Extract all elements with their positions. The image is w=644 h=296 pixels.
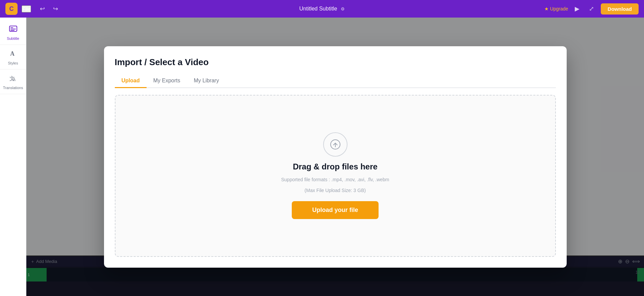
upload-file-button[interactable]: Upload your file xyxy=(292,201,378,219)
svg-rect-3 xyxy=(10,30,15,31)
sidebar-item-styles[interactable]: A Styles xyxy=(0,45,26,70)
app-logo: C xyxy=(5,3,18,15)
play-button[interactable]: ▶ xyxy=(572,4,582,14)
star-icon: ★ xyxy=(544,6,549,11)
main-layout: Subtitle A Styles 文 A Translations xyxy=(0,18,644,296)
svg-text:A: A xyxy=(10,50,15,57)
sidebar-translations-label: Translations xyxy=(3,86,23,90)
undo-button[interactable]: ↩ xyxy=(38,4,47,14)
subtitle-icon xyxy=(9,24,18,35)
tab-my-library[interactable]: My Library xyxy=(187,74,226,88)
svg-text:A: A xyxy=(13,77,16,82)
redo-button[interactable]: ↪ xyxy=(51,4,60,14)
sidebar: Subtitle A Styles 文 A Translations xyxy=(0,18,26,296)
modal-backdrop: Import / Select a Video Upload My Export… xyxy=(26,18,644,296)
sidebar-styles-label: Styles xyxy=(8,61,18,65)
tab-my-exports[interactable]: My Exports xyxy=(147,74,187,88)
modal-tabs: Upload My Exports My Library xyxy=(115,74,556,88)
content-area: ＋ Add Media ⊕ ⊖ ⟺ 1 10 Import / Select a… xyxy=(26,18,644,296)
topbar: C File ↩ ↪ Untitled Subtitle ⚙ ★ Upgrade… xyxy=(0,0,644,18)
max-file-size-text: (Max File Upload Size: 3 GB) xyxy=(305,188,366,193)
import-select-video-modal: Import / Select a Video Upload My Export… xyxy=(104,46,567,268)
drag-drop-text: Drag & drop files here xyxy=(293,162,378,171)
title-settings-icon[interactable]: ⚙ xyxy=(341,6,345,11)
upgrade-button[interactable]: ★ Upgrade xyxy=(544,6,568,11)
sidebar-subtitle-label: Subtitle xyxy=(7,36,19,41)
topbar-right-section: ★ Upgrade ▶ ⤢ Download xyxy=(544,3,639,15)
tab-upload[interactable]: Upload xyxy=(115,74,147,88)
svg-rect-1 xyxy=(10,27,13,28)
share-button[interactable]: ⤢ xyxy=(586,4,597,14)
upload-icon xyxy=(323,132,347,157)
styles-icon: A xyxy=(9,49,18,60)
translations-icon: 文 A xyxy=(9,74,18,84)
supported-formats-text: Supported file formats : .mp4, .mov, .av… xyxy=(281,177,389,182)
upload-dropzone[interactable]: Drag & drop files here Supported file fo… xyxy=(115,95,556,257)
sidebar-item-translations[interactable]: 文 A Translations xyxy=(0,70,26,94)
sidebar-item-subtitle[interactable]: Subtitle xyxy=(0,20,26,45)
download-button[interactable]: Download xyxy=(601,3,639,15)
modal-title: Import / Select a Video xyxy=(115,57,556,68)
svg-rect-2 xyxy=(10,29,16,29)
file-menu[interactable]: File xyxy=(22,5,31,12)
document-title: Untitled Subtitle ⚙ xyxy=(299,6,345,12)
